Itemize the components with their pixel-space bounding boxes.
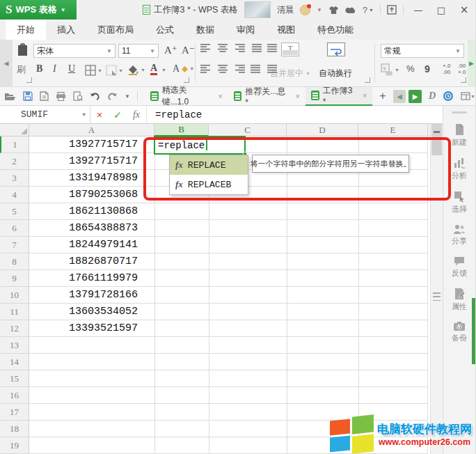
grid-row[interactable] [29,387,428,404]
sidebar-item-5[interactable]: 反馈 [443,256,475,279]
cloud-sync-icon[interactable] [443,91,454,102]
sidebar-item-4[interactable]: 分享 [443,224,475,246]
cell-a6[interactable]: 18654388873 [29,220,143,237]
row-header-13[interactable]: 13 [0,337,29,354]
shrink-font-button[interactable]: A⁻ [182,44,195,56]
doc-tab-2[interactable]: 推荐关...息 *× [228,87,306,106]
doc-tab-3[interactable]: 工作簿3 *× [306,87,372,106]
decrease-decimal-button[interactable]: .00 +.0 [458,63,466,75]
save-icon[interactable] [23,91,33,101]
grid-row[interactable] [29,337,428,354]
wrap-text-button[interactable]: 自动换行 [319,68,352,79]
borders-button[interactable]: ▼ [85,65,102,76]
skin-icon[interactable] [328,6,339,15]
column-header-D[interactable]: D [287,124,358,136]
font-size-select[interactable]: 11▼ [118,44,159,58]
chevron-down-icon[interactable]: ▼ [317,7,322,13]
row-header-17[interactable]: 17 [0,404,29,421]
format-painter-button[interactable]: 刷 [17,63,26,76]
collapse-pane-button[interactable]: ◀ [0,40,13,87]
align-left-button[interactable] [200,65,212,74]
bold-button[interactable]: B [36,63,42,75]
row-header-9[interactable]: 9 [0,270,29,287]
sidebar-item-2[interactable]: 分析 [443,157,475,181]
row-header-12[interactable]: 12 [0,320,29,337]
row-header-3[interactable]: 3 [0,170,29,187]
sidebar-handle[interactable] [452,111,467,114]
cell-a1[interactable]: 13927715717 [29,136,143,153]
autocomplete-option-replaceb[interactable]: fxREPLACEB [170,175,248,194]
paste-icon[interactable] [17,42,29,56]
menu-item-7[interactable]: 视图 [266,19,306,40]
fill-color-button[interactable]: ▼ [128,65,145,75]
column-header-A[interactable]: A [29,124,154,136]
percent-format-button[interactable]: % [406,63,415,74]
row-header-2[interactable]: 2 [0,153,29,170]
menu-item-8[interactable]: 特色功能 [306,19,365,40]
row-header-7[interactable]: 7 [0,237,29,253]
user-cover-image[interactable] [244,1,271,18]
number-dialog-launcher[interactable] [461,77,466,83]
distributed-button[interactable] [267,65,278,74]
cell-a12[interactable]: 13393521597 [29,320,143,337]
grow-font-button[interactable]: A⁺ [164,44,177,56]
redo-icon[interactable] [107,92,118,100]
align-center-button[interactable] [217,65,228,74]
scrollbar-grip[interactable] [433,292,441,301]
vertical-scrollbar[interactable]: ▬ [430,124,443,454]
font-name-select[interactable]: 宋体▼ [33,44,116,58]
menu-item-2[interactable]: 插入 [46,19,86,40]
doc-tab-1[interactable]: 精选关键...1.0× [145,87,228,106]
cell-a8[interactable]: 18826870717 [29,253,143,270]
clear-format-button[interactable]: A▼ [173,63,194,75]
autocomplete-option-replace[interactable]: fxREPLACE [170,155,248,175]
hide-ribbon-icon[interactable] [387,5,397,15]
font-color-button[interactable]: A [150,63,157,75]
cell-a4[interactable]: 18790253068 [29,187,143,203]
number-format-select[interactable]: 常规▼ [381,44,464,58]
workspace-layout-icon[interactable]: ▼ [461,92,475,100]
vertical-align-middle-button[interactable] [217,44,228,53]
maximize-button[interactable]: □ [433,3,450,17]
cell-a2[interactable]: 13927715717 [29,153,143,170]
cancel-formula-button[interactable]: × [90,109,109,120]
sidebar-item-3[interactable]: 选择 [443,190,475,214]
row-header-11[interactable]: 11 [0,304,29,320]
column-header-E[interactable]: E [358,124,428,136]
row-header-10[interactable]: 10 [0,287,29,304]
row-header-5[interactable]: 5 [0,203,29,220]
quickbar-dropdown-icon[interactable]: ▼ [125,93,130,100]
comma-format-button[interactable]: 9 [425,63,430,75]
minimize-button[interactable]: — [410,3,427,17]
increase-decimal-button[interactable]: +.0 .00 [443,63,450,75]
column-header-C[interactable]: C [209,124,287,136]
justify-button[interactable] [251,65,262,74]
clipboard-dialog-launcher[interactable] [26,77,32,83]
menu-item-5[interactable]: 数据 [185,19,225,40]
font-dialog-launcher[interactable] [184,77,189,83]
row-header-4[interactable]: 4 [0,187,29,203]
doc-tab-close-icon[interactable]: × [363,91,367,100]
user-name[interactable]: 清晨 [277,4,294,16]
vertical-align-bottom-button[interactable] [234,44,245,53]
tab-scroll-right-button[interactable]: ▶ [408,90,422,103]
cell-a5[interactable]: 18621130868 [29,203,143,220]
increase-indent-button[interactable] [267,44,278,53]
menu-item-6[interactable]: 审阅 [225,19,266,40]
merge-center-icon[interactable]: T [281,42,299,56]
menu-item-4[interactable]: 公式 [145,19,185,40]
member-badge-icon[interactable] [300,5,310,15]
close-button[interactable]: × [456,3,473,17]
row-header-14[interactable]: 14 [0,354,29,370]
cell-a3[interactable]: 13319478989 [29,170,143,187]
row-header-8[interactable]: 8 [0,253,29,270]
undo-icon[interactable] [90,92,100,100]
menu-item-3[interactable]: 页面布局 [86,19,145,40]
ribbon-expand-button[interactable]: ▶ [468,40,475,87]
shading-button[interactable]: ▼ [106,65,123,76]
help-button[interactable]: ?▼ [363,5,374,15]
export-pdf-icon[interactable] [40,91,49,101]
scrollbar-thumb[interactable] [431,139,442,155]
grid-row[interactable] [29,370,428,387]
align-right-button[interactable] [234,65,245,74]
